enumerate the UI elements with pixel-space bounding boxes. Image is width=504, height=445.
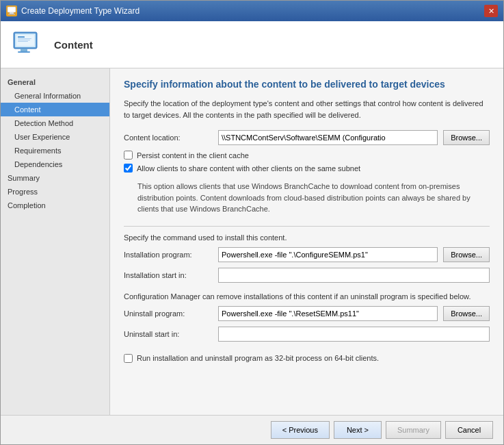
svg-rect-9 xyxy=(18,38,31,39)
allow-share-label: Allow clients to share content with othe… xyxy=(137,164,360,173)
uninstall-program-input[interactable] xyxy=(218,306,438,321)
run-32bit-checkbox[interactable] xyxy=(124,354,133,363)
uninstall-program-browse-button[interactable]: Browse... xyxy=(443,306,490,321)
uninstall-program-row: Uninstall program: Browse... xyxy=(124,306,490,321)
installation-program-label: Installation program: xyxy=(124,251,213,259)
main-window: Create Deployment Type Wizard ✕ Content … xyxy=(0,0,504,445)
content-location-browse-button[interactable]: Browse... xyxy=(443,130,490,145)
cancel-button[interactable]: Cancel xyxy=(445,421,493,439)
description-text: Specify the location of the deployment t… xyxy=(124,98,490,120)
svg-rect-1 xyxy=(10,12,14,14)
summary-button[interactable]: Summary xyxy=(386,421,441,439)
content-location-label: Content location: xyxy=(124,134,213,142)
svg-rect-0 xyxy=(8,7,16,12)
header-bar: Content xyxy=(1,21,503,68)
config-manager-info: Configuration Manager can remove install… xyxy=(124,292,490,301)
sidebar: General General Information Content Dete… xyxy=(1,68,110,415)
sidebar-item-progress[interactable]: Progress xyxy=(1,185,109,199)
uninstall-start-input[interactable] xyxy=(218,327,490,342)
previous-button[interactable]: < Previous xyxy=(271,421,330,439)
install-command-description: Specify the command used to install this… xyxy=(124,233,490,242)
app-icon xyxy=(6,5,17,16)
svg-rect-11 xyxy=(18,41,28,42)
title-bar: Create Deployment Type Wizard ✕ xyxy=(1,1,503,21)
sidebar-item-completion[interactable]: Completion xyxy=(1,199,109,212)
sidebar-item-general-information[interactable]: General Information xyxy=(1,89,109,103)
svg-rect-5 xyxy=(21,49,27,51)
next-button[interactable]: Next > xyxy=(334,421,382,439)
window-title: Create Deployment Type Wizard xyxy=(21,6,140,16)
installation-start-label: Installation start in: xyxy=(124,271,213,279)
footer: < Previous Next > Summary Cancel xyxy=(1,415,503,444)
title-bar-left: Create Deployment Type Wizard xyxy=(6,5,140,16)
uninstall-program-label: Uninstall program: xyxy=(124,309,213,318)
installation-program-row: Installation program: Browse... xyxy=(124,247,490,262)
header-icon xyxy=(11,28,44,61)
persist-cache-row: Persist content in the client cache xyxy=(124,151,490,160)
close-button[interactable]: ✕ xyxy=(484,5,498,17)
svg-rect-2 xyxy=(8,14,15,15)
installation-program-input[interactable] xyxy=(218,247,438,262)
svg-rect-8 xyxy=(18,36,25,38)
installation-start-input[interactable] xyxy=(218,268,490,283)
uninstall-start-row: Uninstall start in: xyxy=(124,327,490,342)
header-title: Content xyxy=(54,39,93,51)
persist-cache-checkbox[interactable] xyxy=(124,151,133,160)
divider-1 xyxy=(124,226,490,227)
allow-share-row: Allow clients to share content with othe… xyxy=(124,164,490,173)
sidebar-item-dependencies[interactable]: Dependencies xyxy=(1,157,109,171)
run-32bit-row: Run installation and uninstall program a… xyxy=(124,354,490,363)
installation-program-browse-button[interactable]: Browse... xyxy=(443,247,490,262)
sidebar-item-content[interactable]: Content xyxy=(1,103,109,116)
svg-rect-6 xyxy=(18,51,30,53)
content-location-row: Content location: Browse... xyxy=(124,130,490,145)
uninstall-start-label: Uninstall start in: xyxy=(124,330,213,338)
installation-start-row: Installation start in: xyxy=(124,268,490,283)
sidebar-section-general: General xyxy=(1,75,109,89)
main-content: General General Information Content Dete… xyxy=(1,68,503,415)
content-title: Specify information about the content to… xyxy=(124,79,490,90)
content-location-input[interactable] xyxy=(218,130,438,145)
sidebar-item-detection-method[interactable]: Detection Method xyxy=(1,116,109,130)
branchcache-info: This option allows clients that use Wind… xyxy=(137,181,490,215)
persist-cache-label: Persist content in the client cache xyxy=(137,151,249,160)
svg-rect-10 xyxy=(18,40,30,40)
sidebar-item-user-experience[interactable]: User Experience xyxy=(1,130,109,144)
sidebar-item-requirements[interactable]: Requirements xyxy=(1,144,109,157)
allow-share-checkbox[interactable] xyxy=(124,164,133,173)
sidebar-item-summary[interactable]: Summary xyxy=(1,171,109,185)
run-32bit-label: Run installation and uninstall program a… xyxy=(137,354,379,362)
content-area: Specify information about the content to… xyxy=(110,68,503,415)
